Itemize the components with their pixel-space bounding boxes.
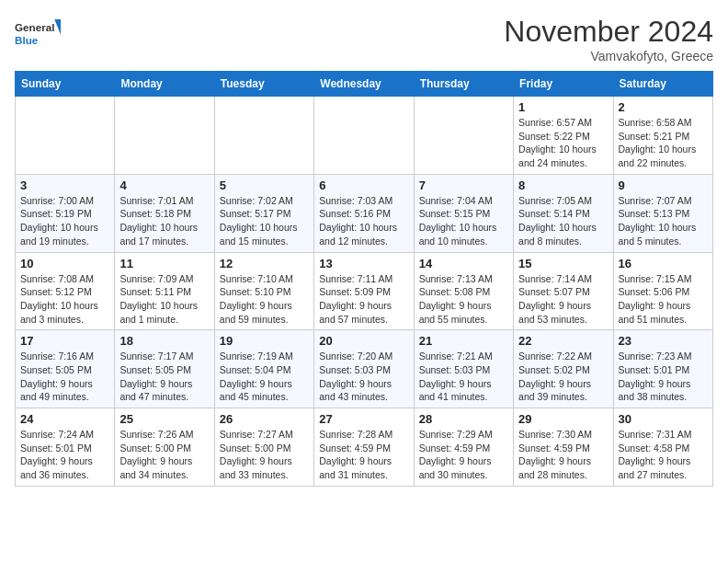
day-number: 6 — [319, 178, 408, 192]
col-header-friday: Friday — [514, 72, 613, 97]
day-info: Sunrise: 7:16 AMSunset: 5:05 PMDaylight:… — [20, 350, 109, 404]
calendar-cell: 27Sunrise: 7:28 AMSunset: 4:59 PMDayligh… — [314, 408, 414, 487]
calendar-header-row: SundayMondayTuesdayWednesdayThursdayFrid… — [16, 72, 713, 97]
calendar-cell: 28Sunrise: 7:29 AMSunset: 4:59 PMDayligh… — [414, 408, 513, 487]
calendar-week-row: 24Sunrise: 7:24 AMSunset: 5:01 PMDayligh… — [16, 408, 713, 487]
day-info: Sunrise: 7:08 AMSunset: 5:12 PMDaylight:… — [20, 272, 109, 327]
day-number: 16 — [619, 257, 708, 270]
day-info: Sunrise: 7:00 AMSunset: 5:19 PMDaylight:… — [20, 194, 109, 248]
calendar-cell: 20Sunrise: 7:20 AMSunset: 5:03 PMDayligh… — [314, 330, 414, 408]
day-info: Sunrise: 7:28 AMSunset: 4:59 PMDaylight:… — [319, 428, 408, 482]
day-number: 3 — [20, 178, 109, 192]
day-info: Sunrise: 7:23 AMSunset: 5:01 PMDaylight:… — [619, 350, 708, 404]
calendar-week-row: 10Sunrise: 7:08 AMSunset: 5:12 PMDayligh… — [16, 252, 713, 330]
day-info: Sunrise: 7:02 AMSunset: 5:17 PMDaylight:… — [220, 194, 309, 248]
calendar-week-row: 3Sunrise: 7:00 AMSunset: 5:19 PMDaylight… — [16, 174, 713, 252]
day-info: Sunrise: 7:07 AMSunset: 5:13 PMDaylight:… — [619, 194, 708, 248]
day-info: Sunrise: 7:21 AMSunset: 5:03 PMDaylight:… — [419, 350, 508, 404]
day-number: 22 — [518, 334, 608, 348]
day-info: Sunrise: 7:17 AMSunset: 5:05 PMDaylight:… — [119, 350, 209, 404]
calendar-cell: 14Sunrise: 7:13 AMSunset: 5:08 PMDayligh… — [414, 252, 513, 330]
day-info: Sunrise: 7:03 AMSunset: 5:16 PMDaylight:… — [319, 194, 408, 248]
day-info: Sunrise: 7:15 AMSunset: 5:06 PMDaylight:… — [619, 272, 708, 327]
calendar-cell: 7Sunrise: 7:04 AMSunset: 5:15 PMDaylight… — [414, 174, 513, 252]
svg-marker-2 — [54, 19, 61, 35]
day-info: Sunrise: 7:13 AMSunset: 5:08 PMDaylight:… — [419, 272, 508, 327]
col-header-saturday: Saturday — [613, 72, 712, 97]
day-number: 14 — [419, 257, 508, 270]
day-info: Sunrise: 7:04 AMSunset: 5:15 PMDaylight:… — [419, 194, 508, 248]
day-number: 24 — [20, 412, 109, 426]
calendar-cell: 5Sunrise: 7:02 AMSunset: 5:17 PMDaylight… — [214, 174, 313, 252]
day-number: 21 — [419, 334, 508, 348]
calendar-cell: 24Sunrise: 7:24 AMSunset: 5:01 PMDayligh… — [16, 408, 115, 487]
day-number: 18 — [119, 334, 209, 348]
day-number: 30 — [619, 412, 708, 426]
calendar-cell — [16, 97, 115, 175]
day-info: Sunrise: 7:24 AMSunset: 5:01 PMDaylight:… — [20, 428, 109, 482]
calendar-cell — [115, 97, 214, 175]
day-number: 28 — [419, 412, 508, 426]
day-number: 17 — [20, 334, 109, 348]
day-number: 2 — [619, 100, 708, 114]
calendar-cell: 26Sunrise: 7:27 AMSunset: 5:00 PMDayligh… — [214, 408, 313, 487]
calendar-cell: 18Sunrise: 7:17 AMSunset: 5:05 PMDayligh… — [115, 330, 214, 408]
calendar-cell: 22Sunrise: 7:22 AMSunset: 5:02 PMDayligh… — [514, 330, 613, 408]
logo-svg: General Blue — [15, 15, 61, 52]
calendar-cell: 19Sunrise: 7:19 AMSunset: 5:04 PMDayligh… — [214, 330, 313, 408]
logo: General Blue — [15, 15, 61, 52]
calendar-cell: 17Sunrise: 7:16 AMSunset: 5:05 PMDayligh… — [16, 330, 115, 408]
calendar-cell — [414, 97, 513, 175]
svg-text:Blue: Blue — [15, 34, 39, 46]
day-info: Sunrise: 7:20 AMSunset: 5:03 PMDaylight:… — [319, 350, 408, 404]
page-header: General Blue November 2024 Vamvakofyto, … — [15, 15, 713, 63]
day-number: 8 — [518, 178, 608, 192]
day-number: 7 — [419, 178, 508, 192]
day-info: Sunrise: 7:14 AMSunset: 5:07 PMDaylight:… — [518, 272, 608, 327]
col-header-tuesday: Tuesday — [214, 72, 313, 97]
day-number: 11 — [119, 257, 209, 270]
col-header-wednesday: Wednesday — [314, 72, 414, 97]
calendar-cell: 23Sunrise: 7:23 AMSunset: 5:01 PMDayligh… — [613, 330, 712, 408]
day-number: 23 — [619, 334, 708, 348]
calendar-cell: 13Sunrise: 7:11 AMSunset: 5:09 PMDayligh… — [314, 252, 414, 330]
calendar-cell: 25Sunrise: 7:26 AMSunset: 5:00 PMDayligh… — [115, 408, 214, 487]
calendar-cell: 10Sunrise: 7:08 AMSunset: 5:12 PMDayligh… — [16, 252, 115, 330]
calendar-cell: 8Sunrise: 7:05 AMSunset: 5:14 PMDaylight… — [514, 174, 613, 252]
day-number: 25 — [119, 412, 209, 426]
day-number: 4 — [119, 178, 209, 192]
day-number: 1 — [518, 100, 608, 114]
calendar-cell: 12Sunrise: 7:10 AMSunset: 5:10 PMDayligh… — [214, 252, 313, 330]
calendar-cell: 3Sunrise: 7:00 AMSunset: 5:19 PMDaylight… — [16, 174, 115, 252]
calendar-cell — [314, 97, 414, 175]
day-info: Sunrise: 7:27 AMSunset: 5:00 PMDaylight:… — [220, 428, 309, 482]
col-header-sunday: Sunday — [16, 72, 115, 97]
calendar-cell: 21Sunrise: 7:21 AMSunset: 5:03 PMDayligh… — [414, 330, 513, 408]
day-info: Sunrise: 6:58 AMSunset: 5:21 PMDaylight:… — [619, 116, 708, 170]
location-subtitle: Vamvakofyto, Greece — [504, 49, 713, 63]
day-number: 29 — [518, 412, 608, 426]
calendar-cell — [214, 97, 313, 175]
calendar-week-row: 17Sunrise: 7:16 AMSunset: 5:05 PMDayligh… — [16, 330, 713, 408]
day-info: Sunrise: 6:57 AMSunset: 5:22 PMDaylight:… — [518, 116, 608, 170]
day-number: 27 — [319, 412, 408, 426]
day-info: Sunrise: 7:26 AMSunset: 5:00 PMDaylight:… — [119, 428, 209, 482]
day-number: 20 — [319, 334, 408, 348]
calendar-cell: 29Sunrise: 7:30 AMSunset: 4:59 PMDayligh… — [514, 408, 613, 487]
day-info: Sunrise: 7:31 AMSunset: 4:58 PMDaylight:… — [619, 428, 708, 482]
svg-text:General: General — [15, 21, 54, 33]
day-number: 12 — [220, 257, 309, 270]
col-header-monday: Monday — [115, 72, 214, 97]
col-header-thursday: Thursday — [414, 72, 513, 97]
calendar-cell: 1Sunrise: 6:57 AMSunset: 5:22 PMDaylight… — [514, 97, 613, 175]
day-info: Sunrise: 7:05 AMSunset: 5:14 PMDaylight:… — [518, 194, 608, 248]
day-number: 13 — [319, 257, 408, 270]
day-number: 5 — [220, 178, 309, 192]
day-number: 19 — [220, 334, 309, 348]
calendar-week-row: 1Sunrise: 6:57 AMSunset: 5:22 PMDaylight… — [16, 97, 713, 175]
day-info: Sunrise: 7:19 AMSunset: 5:04 PMDaylight:… — [220, 350, 309, 404]
calendar-cell: 11Sunrise: 7:09 AMSunset: 5:11 PMDayligh… — [115, 252, 214, 330]
day-info: Sunrise: 7:29 AMSunset: 4:59 PMDaylight:… — [419, 428, 508, 482]
calendar-cell: 4Sunrise: 7:01 AMSunset: 5:18 PMDaylight… — [115, 174, 214, 252]
day-info: Sunrise: 7:01 AMSunset: 5:18 PMDaylight:… — [119, 194, 209, 248]
